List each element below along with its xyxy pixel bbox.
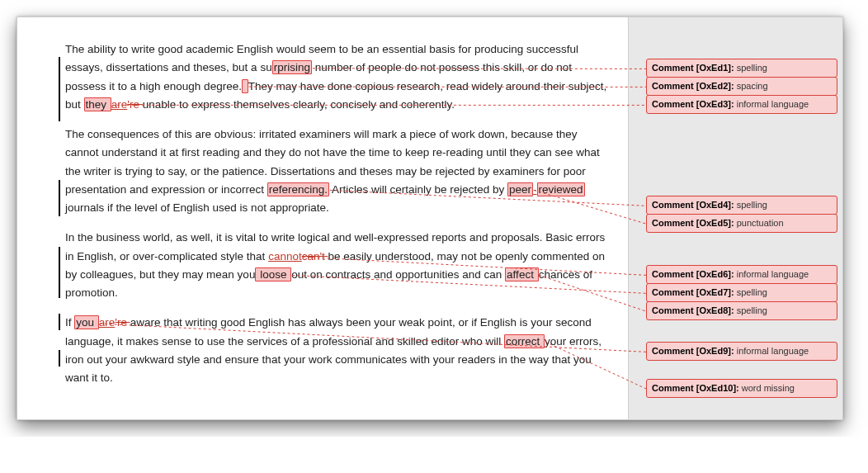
comment-box[interactable]: Comment [OxEd2]: spacing [646,77,837,96]
comment-note: informal language [737,346,809,356]
document-frame: The ability to write good academic Engli… [17,17,843,420]
comment-box[interactable]: Comment [OxEd10]: word missing [646,379,837,398]
comment-id-label: Comment [OxEd9]: [652,346,737,356]
comment-id-label: Comment [OxEd5]: [652,218,737,228]
comment-note: spelling [737,305,767,315]
paragraph: The consequences of this are obvious: ir… [65,125,613,217]
inserted-text: cannot [268,250,302,263]
highlighted-text: affect [505,267,539,281]
comment-id-label: Comment [OxEd6]: [652,269,737,279]
change-bar [59,314,60,330]
comment-box[interactable]: Comment [OxEd8]: spelling [646,301,837,320]
paragraph: In the business world, as well, it is vi… [65,229,613,302]
comment-note: spelling [737,63,767,73]
comment-note: informal language [737,269,809,279]
comment-id-label: Comment [OxEd7]: [652,287,737,297]
comment-id-label: Comment [OxEd2]: [652,81,737,91]
change-bar [59,105,60,121]
highlighted-text [242,79,248,93]
comment-id-label: Comment [OxEd8]: [652,305,737,315]
comment-note: word missing [742,383,795,393]
deleted-text: can't [302,250,328,263]
inserted-text: are [111,98,128,111]
inserted-text: are [99,316,116,329]
highlighted-text: they [84,97,111,111]
highlighted-text: reviewed [537,182,585,196]
highlighted-text: correct [504,334,545,348]
comment-box[interactable]: Comment [OxEd7]: spelling [646,283,837,302]
comment-box[interactable]: Comment [OxEd6]: informal language [646,265,837,284]
deleted-text: 're [115,316,130,329]
document-page: The ability to write good academic Engli… [17,17,628,419]
highlighted-text: you [74,315,99,329]
paragraph: The ability to write good academic Engli… [65,40,613,114]
comment-note: informal language [737,99,809,109]
highlighted-text: rprising [272,60,312,74]
change-bar [59,350,60,367]
comment-id-label: Comment [OxEd4]: [652,200,737,210]
highlighted-text: peer [507,182,533,196]
comment-note: spacing [737,81,768,91]
change-bar [59,180,60,216]
comments-sidebar: Comment [OxEd1]: spellingComment [OxEd2]… [628,17,842,419]
change-bar [59,247,60,298]
deleted-text: 're [127,98,142,111]
comment-id-label: Comment [OxEd1]: [652,63,737,73]
highlighted-text: referencing. [267,182,329,196]
paragraph: If you are're aware that writing good En… [65,314,613,387]
comment-box[interactable]: Comment [OxEd5]: punctuation [646,214,837,233]
inserted-text: - [533,183,537,196]
comment-id-label: Comment [OxEd3]: [652,99,737,109]
highlighted-text: loose [255,267,291,281]
change-bar [59,57,60,106]
comment-note: spelling [737,200,767,210]
comment-note: spelling [737,287,767,297]
comment-id-label: Comment [OxEd10]: [652,383,742,393]
comment-box[interactable]: Comment [OxEd4]: spelling [646,196,837,215]
comment-box[interactable]: Comment [OxEd3]: informal language [646,95,837,114]
comment-box[interactable]: Comment [OxEd1]: spelling [646,59,837,78]
comment-box[interactable]: Comment [OxEd9]: informal language [646,342,837,361]
comment-note: punctuation [737,218,784,228]
